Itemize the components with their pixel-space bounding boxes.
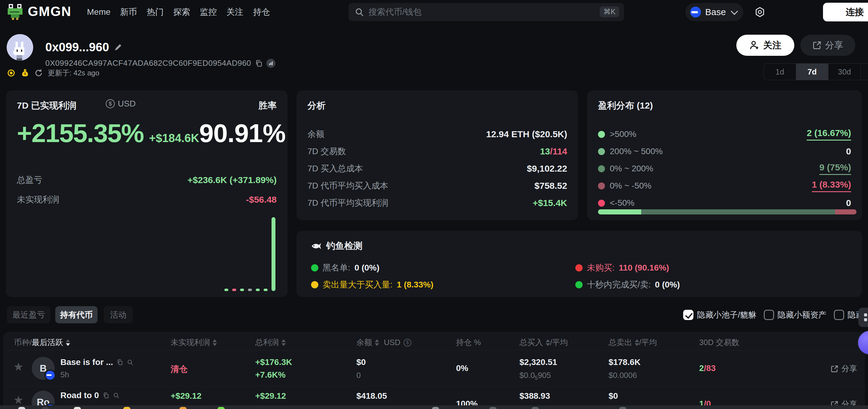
nav-item-new[interactable]: 新币: [120, 6, 137, 18]
col-label: 未实现利润: [170, 337, 210, 348]
winrate-label: 胜率: [258, 100, 277, 112]
period-tab-30d[interactable]: 30d: [828, 64, 861, 80]
gear-icon: [754, 6, 766, 18]
search-icon[interactable]: [127, 359, 133, 366]
tab-recent-pnl[interactable]: 最近盈亏: [7, 306, 51, 323]
filter-checkbox[interactable]: [764, 310, 774, 320]
col-profit-sort[interactable]: 总利润: [255, 337, 286, 348]
range-dot: [598, 182, 605, 190]
nav-item-positions[interactable]: 持仓: [253, 6, 270, 18]
base-chain-icon: [690, 7, 701, 18]
search-shortcut-badge: ⌘K: [600, 6, 619, 17]
table-row[interactable]: ★ B Base is for ... 5h 清仓 +$176.3K +7.6K…: [3, 350, 865, 386]
copy-icon[interactable]: [255, 60, 263, 67]
row-label: 7D 代币平均买入成本: [307, 180, 389, 192]
share-icon: [831, 365, 838, 373]
row-share-button[interactable]: 分享: [831, 364, 857, 374]
col-sell-sort[interactable]: 总卖出 /平均: [609, 337, 657, 348]
filter-hide-small-assets[interactable]: 隐藏小额资产: [764, 309, 827, 320]
update-row: s 更新于: 42s ago: [7, 68, 99, 78]
phishing-item: 黑名单: 0 (0%): [311, 262, 379, 274]
col-unrealized-sort[interactable]: 未实现利润: [170, 337, 217, 348]
gmgn-logo[interactable]: GMGN: [7, 3, 71, 20]
col-balance-sort[interactable]: 余额 USD $: [356, 337, 411, 348]
row-label: 7D 交易数: [307, 146, 346, 157]
favorite-star-icon[interactable]: ★: [13, 394, 24, 406]
favorite-star-icon[interactable]: ★: [13, 361, 24, 373]
nav-menu: Meme 新币 热门 探索 监控 关注 持仓: [87, 0, 270, 24]
pnl-card-title: 7D 已实现利润: [17, 100, 76, 112]
search-icon[interactable]: [113, 392, 120, 399]
currency-toggle[interactable]: $ USD: [106, 99, 135, 109]
winrate-value: 90.91%: [199, 118, 285, 148]
grid-icon: [864, 313, 868, 321]
nav-item-monitor[interactable]: 监控: [200, 6, 217, 18]
settings-gear-button[interactable]: [754, 6, 766, 18]
col-token-sort[interactable]: 币种/最后活跃: [14, 337, 70, 348]
col-label: 总买入: [520, 337, 543, 348]
filter-checkbox[interactable]: [683, 310, 693, 320]
distribution-row: 0% ~ 200% 9 (75%): [598, 163, 851, 174]
sort-icon: [546, 339, 550, 346]
row-label: 7D 代币平均实现利润: [307, 197, 389, 209]
copy-icon[interactable]: [117, 359, 123, 366]
floating-panel-button[interactable]: [858, 308, 868, 327]
range-dot: [598, 200, 605, 207]
phishing-title: 钓鱼检测: [326, 240, 363, 252]
nav-item-explore[interactable]: 探索: [173, 6, 190, 18]
filter-checkbox[interactable]: [834, 310, 844, 320]
period-tab-7d[interactable]: 7d: [796, 64, 828, 80]
chain-selector[interactable]: Base: [685, 3, 743, 21]
follow-button[interactable]: 关注: [736, 35, 794, 56]
col-suffix: /平均: [639, 337, 657, 348]
cell-buy-total: $388.93: [520, 391, 550, 401]
cell-profit: +$176.3K: [255, 357, 292, 367]
token-name[interactable]: Base is for ...: [60, 357, 133, 367]
distribution-row: 200% ~ 500% 0: [598, 146, 851, 157]
tab-activity[interactable]: 活动: [103, 306, 133, 323]
wallet-name-text: 0x099...960: [45, 40, 109, 54]
footer-bar: [0, 405, 868, 409]
wallet-address-text: 0X099246CA997ACF47ADA682C9C60F9ED0954AD9…: [45, 59, 251, 68]
share-button[interactable]: 分享: [800, 35, 855, 56]
target-badge-icon: [7, 68, 16, 77]
share-label: 分享: [841, 364, 857, 374]
range-value-link[interactable]: 1 (8.33%): [812, 179, 851, 192]
analysis-card: 分析 余额 12.94 ETH ($20.5K) 7D 交易数 13/114 7…: [297, 91, 578, 220]
fish-icon: [311, 242, 321, 250]
token-name[interactable]: Road to 0: [60, 390, 120, 400]
usd-circle-icon[interactable]: $: [403, 339, 411, 347]
scan-icon[interactable]: [267, 59, 275, 68]
copy-icon[interactable]: [103, 392, 109, 399]
tab-holdings[interactable]: 持有代币: [55, 306, 98, 323]
cell-unrealized: 清仓: [170, 364, 188, 375]
frog-logo-icon: [7, 3, 24, 20]
col-label: 余额: [356, 337, 372, 348]
total-pnl-row: 总盈亏 +$236.6K (+371.89%): [17, 174, 277, 186]
token-name-text: Base is for ...: [60, 357, 113, 367]
period-tab-all[interactable]: 全部: [861, 64, 868, 80]
col-suffix: /平均: [550, 337, 568, 348]
follow-label: 关注: [763, 39, 781, 52]
range-value-link[interactable]: 9 (75%): [819, 162, 851, 175]
phishing-item: 十秒内完成买/卖: 0 (0%): [575, 279, 680, 291]
wallet-name: 0x099...960: [45, 40, 122, 54]
nav-item-trending[interactable]: 热门: [147, 6, 164, 18]
range-value-link[interactable]: 2 (16.67%): [807, 128, 851, 141]
edit-pencil-icon[interactable]: [114, 43, 122, 52]
token-last-active: 5h: [60, 370, 69, 379]
range-label: >500%: [610, 129, 637, 139]
cell-balance-amount: 0: [356, 371, 361, 380]
distribution-row: 0% ~ -50% 1 (8.33%): [598, 180, 851, 191]
period-tab-1d[interactable]: 1d: [764, 64, 796, 80]
nav-item-follow[interactable]: 关注: [226, 6, 243, 18]
range-label: 200% ~ 500%: [610, 146, 663, 156]
refresh-icon[interactable]: [34, 69, 43, 77]
token-name-text: Road to 0: [60, 390, 99, 400]
nav-item-meme[interactable]: Meme: [87, 7, 111, 17]
range-label: 0% ~ 200%: [610, 164, 653, 173]
filter-hide-small-pool[interactable]: 隐藏小池子/貔貅: [683, 309, 756, 320]
col-buy-sort[interactable]: 总买入 /平均: [520, 337, 568, 348]
connect-wallet-button[interactable]: 连接: [823, 3, 868, 22]
search-input[interactable]: 搜索代币/钱包 ⌘K: [348, 3, 624, 21]
